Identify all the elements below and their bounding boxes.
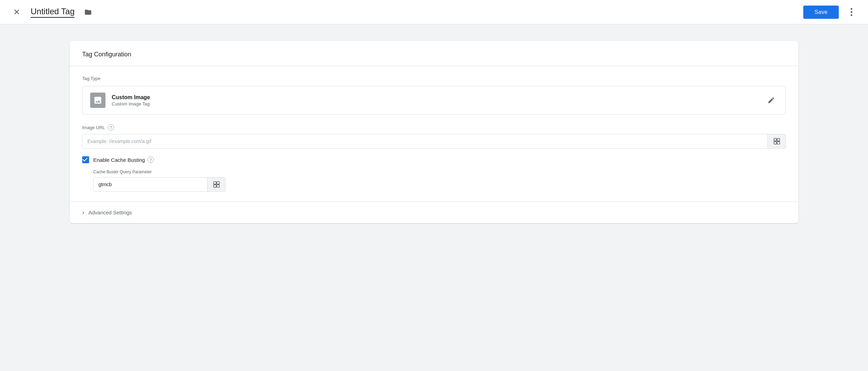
tag-type-icon: [90, 93, 105, 108]
cache-buster-variable-button[interactable]: [207, 177, 225, 191]
svg-rect-0: [774, 139, 776, 141]
svg-rect-6: [213, 185, 216, 187]
svg-rect-1: [777, 139, 779, 141]
cache-busting-row: Enable Cache Busting ?: [82, 156, 786, 163]
svg-rect-2: [774, 142, 776, 144]
card-title: Tag Configuration: [82, 51, 131, 58]
tag-type-info: Custom Image Custom Image Tag: [112, 94, 150, 106]
cache-busting-label[interactable]: Enable Cache Busting ?: [93, 157, 154, 163]
top-bar-left: ✕ Untitled Tag: [10, 5, 95, 19]
tag-type-left: Custom Image Custom Image Tag: [90, 93, 150, 108]
folder-button[interactable]: [81, 6, 95, 19]
tag-type-label: Tag Type: [82, 76, 786, 81]
image-url-input-group: [82, 134, 786, 149]
variable-icon-2: [213, 181, 220, 188]
advanced-settings-toggle[interactable]: › Advanced Settings: [82, 209, 786, 216]
svg-rect-3: [777, 142, 779, 144]
edit-tag-type-button[interactable]: [765, 94, 778, 107]
image-url-input[interactable]: [82, 134, 767, 148]
image-url-variable-button[interactable]: [767, 134, 786, 148]
three-dots-icon: [849, 7, 854, 17]
folder-icon: [84, 8, 92, 16]
cache-buster-input[interactable]: [94, 177, 207, 191]
close-icon: ✕: [13, 7, 20, 17]
main-content: Tag Configuration Tag Type Custom Image …: [0, 24, 868, 371]
cache-buster-input-group: [93, 177, 226, 192]
card-body: Tag Type Custom Image Custom Image Tag: [70, 66, 798, 202]
cache-buster-sub-label: Cache Buster Query Parameter: [93, 169, 786, 174]
svg-rect-7: [216, 185, 219, 187]
image-url-help-icon[interactable]: ?: [108, 124, 114, 131]
image-icon: [93, 96, 102, 105]
cache-busting-checkbox[interactable]: [82, 156, 89, 163]
save-button[interactable]: Save: [803, 6, 839, 19]
tag-type-subtitle: Custom Image Tag: [112, 101, 150, 106]
svg-rect-5: [216, 182, 219, 184]
tag-type-row: Custom Image Custom Image Tag: [82, 86, 786, 115]
cache-buster-sub-field: Cache Buster Query Parameter: [93, 169, 786, 192]
more-options-button[interactable]: [844, 5, 858, 19]
svg-rect-4: [213, 182, 216, 184]
advanced-settings-section: › Advanced Settings: [70, 202, 798, 223]
card-header: Tag Configuration: [70, 41, 798, 66]
advanced-settings-label: Advanced Settings: [88, 210, 132, 215]
cache-busting-help-icon[interactable]: ?: [148, 157, 154, 163]
pencil-icon: [767, 96, 775, 104]
close-button[interactable]: ✕: [10, 5, 24, 19]
image-url-label: Image URL ?: [82, 124, 786, 131]
chevron-right-icon: ›: [82, 209, 84, 216]
top-bar-right: Save: [803, 5, 858, 19]
variable-icon: [773, 137, 781, 145]
top-bar: ✕ Untitled Tag Save: [0, 0, 868, 24]
page-title: Untitled Tag: [31, 7, 74, 18]
tag-type-name: Custom Image: [112, 94, 150, 101]
tag-config-card: Tag Configuration Tag Type Custom Image …: [70, 41, 798, 223]
